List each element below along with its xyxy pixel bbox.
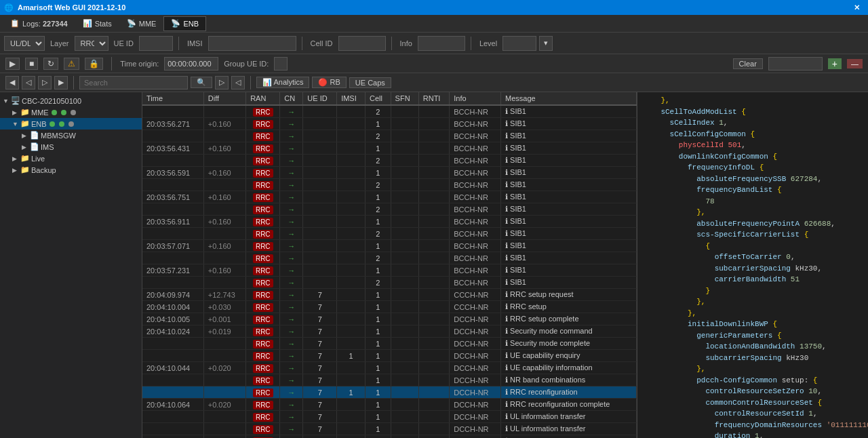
tree-item-mme[interactable]: ▶ 📁 MME	[0, 106, 142, 118]
level-input[interactable]	[502, 36, 536, 51]
tab-logs[interactable]: 📋 Logs: 227344	[3, 16, 75, 31]
cell-ran: RRC	[246, 155, 280, 167]
nav-next-btn[interactable]: ▷	[38, 76, 52, 89]
table-row[interactable]: 20:03:56.271 +0.160 RRC → 1 BCCH-NR ℹ SI…	[142, 118, 637, 130]
table-row[interactable]: 20:04:10.005 +0.001 RRC → 7 1 DCCH-NR ℹ …	[142, 313, 637, 325]
layer-select[interactable]: RRC MAC PHY	[75, 36, 108, 51]
tree-item-cbc[interactable]: ▼ 🖥️ CBC-2021050100	[0, 95, 142, 106]
cell-time	[142, 423, 203, 435]
tree-item-enb[interactable]: ▼ 📁 ENB	[0, 118, 142, 130]
tab-enb[interactable]: 📡 ENB	[163, 16, 206, 31]
tab-stats[interactable]: 📊 Stats	[75, 16, 119, 31]
cell-sfn	[391, 155, 418, 167]
table-row[interactable]: 20:04:10.044 +0.020 RRC → 7 1 DCCH-NR ℹ …	[142, 362, 637, 374]
enb-status-dot3	[68, 121, 74, 127]
table-row[interactable]: RRC → 7 1 DCCH-NR ℹ DL information trans…	[142, 435, 637, 439]
cell-time	[142, 374, 203, 386]
play-btn[interactable]: ▶	[5, 58, 20, 70]
searchbar: ◀ ◁ ▷ ▶ 🔍 ▷ ◁ 📊 Analytics 🔴 RB UE Caps	[0, 73, 868, 92]
table-row[interactable]: 20:04:09.974 +12.743 RRC → 7 1 CCCH-NR ℹ…	[142, 289, 637, 301]
table-row[interactable]: 20:03:56.431 +0.160 RRC → 1 BCCH-NR ℹ SI…	[142, 142, 637, 155]
warn-btn[interactable]: ⚠	[64, 58, 79, 70]
tree-label-cbc: CBC-2021050100	[22, 97, 81, 105]
table-row[interactable]: RRC → 2 BCCH-NR ℹ SIB1	[142, 155, 637, 167]
cell-info: BCCH-NR	[450, 130, 501, 142]
info-input[interactable]	[418, 36, 465, 51]
group-ue-input[interactable]	[274, 57, 288, 71]
ueid-input[interactable]	[139, 36, 173, 51]
cell-sfn	[391, 301, 418, 313]
remove-filter-btn[interactable]: —	[847, 59, 863, 68]
add-filter-btn[interactable]: +	[828, 58, 842, 69]
ueid-label: UE ID	[111, 39, 136, 47]
table-row[interactable]: 20:04:10.064 +0.020 RRC → 7 1 DCCH-NR ℹ …	[142, 399, 637, 411]
table-row[interactable]: RRC → 7 1 DCCH-NR ℹ UL information trans…	[142, 423, 637, 435]
table-row[interactable]: RRC → 2 BCCH-NR ℹ SIB1	[142, 105, 637, 118]
cell-message: ℹ RRC reconfiguration	[501, 386, 637, 399]
titlebar-close-btn[interactable]: ✕	[850, 2, 864, 14]
cellid-input[interactable]	[338, 36, 386, 51]
cell-info: DCCH-NR	[450, 325, 501, 338]
cell-ran: RRC	[246, 350, 280, 362]
table-row[interactable]: 20:03:56.751 +0.160 RRC → 1 BCCH-NR ℹ SI…	[142, 191, 637, 203]
tree-item-live[interactable]: ▶ 📁 Live	[0, 153, 142, 164]
tab-mme[interactable]: 📡 MME	[119, 16, 164, 31]
clear-btn[interactable]: Clear	[733, 58, 763, 69]
nav-prev-btn[interactable]: ◁	[22, 76, 35, 89]
time-origin-input[interactable]	[164, 57, 218, 71]
table-row[interactable]: 20:03:56.591 +0.160 RRC → 1 BCCH-NR ℹ SI…	[142, 167, 637, 179]
clear-input[interactable]	[768, 57, 823, 71]
cell-ueid: 7	[303, 399, 337, 411]
cell-message: ℹ SIB1	[501, 105, 637, 118]
table-row[interactable]: RRC → 2 BCCH-NR ℹ SIB1	[142, 252, 637, 264]
filter-back-btn[interactable]: ◁	[231, 76, 245, 89]
table-row[interactable]: RRC → 2 BCCH-NR ℹ SIB1	[142, 203, 637, 216]
cell-diff	[203, 423, 245, 435]
tree-item-backup[interactable]: ▶ 📁 Backup	[0, 164, 142, 176]
live-icon: 📁	[20, 154, 30, 163]
nav-back-btn[interactable]: ◀	[5, 76, 19, 89]
cell-imsi	[337, 216, 366, 228]
search-input[interactable]	[79, 76, 188, 89]
cell-message: ℹ SIB1	[501, 203, 637, 216]
cell-cell: 1	[366, 313, 391, 325]
table-row[interactable]: 20:04:10.004 +0.030 RRC → 7 1 CCCH-NR ℹ …	[142, 301, 637, 313]
table-row[interactable]: 20:04:10.024 +0.019 RRC → 7 1 DCCH-NR ℹ …	[142, 325, 637, 338]
table-row[interactable]: RRC → 2 BCCH-NR ℹ SIB1	[142, 179, 637, 191]
cell-ueid	[303, 130, 337, 142]
cell-info: DCCH-NR	[450, 350, 501, 362]
stop-btn[interactable]: ■	[25, 58, 38, 70]
tree-item-mbmsgw[interactable]: ▶ 📄 MBMSGW	[0, 130, 142, 141]
analytics-btn[interactable]: 📊 Analytics	[256, 77, 309, 88]
table-row[interactable]: RRC → 7 1 DCCH-NR ℹ UL information trans…	[142, 411, 637, 423]
table-row[interactable]: RRC → 7 1 1 DCCH-NR ℹ UE capability enqu…	[142, 350, 637, 362]
sep7	[250, 76, 251, 89]
cell-cn: →	[280, 386, 303, 399]
tab-enb-label: ENB	[183, 20, 199, 28]
filter-forward-btn[interactable]: ▷	[215, 76, 229, 89]
uecaps-btn[interactable]: UE Caps	[349, 77, 391, 88]
table-row[interactable]: RRC → 2 BCCH-NR ℹ SIB1	[142, 130, 637, 142]
nav-fwd-btn[interactable]: ▶	[54, 76, 68, 89]
level-dropdown-btn[interactable]: ▾	[539, 36, 553, 51]
cell-sfn	[391, 411, 418, 423]
table-row[interactable]: RRC → 2 BCCH-NR ℹ SIB1	[142, 277, 637, 289]
imsi-input[interactable]	[208, 36, 296, 51]
table-row[interactable]: RRC → 7 1 DCCH-NR ℹ NR band combinations	[142, 374, 637, 386]
tree-item-ims[interactable]: ▶ 📄 IMS	[0, 141, 142, 153]
table-row[interactable]: 20:03:57.071 +0.160 RRC → 1 BCCH-NR ℹ SI…	[142, 240, 637, 252]
search-icon-btn[interactable]: 🔍	[191, 77, 212, 88]
table-row[interactable]: RRC → 7 1 1 DCCH-NR ℹ RRC reconfiguratio…	[142, 386, 637, 399]
table-row[interactable]: 20:03:56.911 +0.160 RRC → 1 BCCH-NR ℹ SI…	[142, 216, 637, 228]
cell-cn: →	[280, 118, 303, 130]
table-row[interactable]: RRC → 2 BCCH-NR ℹ SIB1	[142, 228, 637, 240]
lock-btn[interactable]: 🔒	[85, 58, 103, 70]
col-sfn: SFN	[391, 92, 418, 105]
table-row[interactable]: 20:03:57.231 +0.160 RRC → 1 BCCH-NR ℹ SI…	[142, 264, 637, 277]
cell-sfn	[391, 264, 418, 277]
cell-diff: +0.160	[203, 118, 245, 130]
rb-btn[interactable]: 🔴 RB	[312, 77, 346, 88]
table-row[interactable]: RRC → 7 1 DCCH-NR ℹ Security mode comple…	[142, 338, 637, 350]
refresh-btn[interactable]: ↻	[43, 58, 58, 70]
mode-select[interactable]: UL/DL	[4, 36, 45, 51]
